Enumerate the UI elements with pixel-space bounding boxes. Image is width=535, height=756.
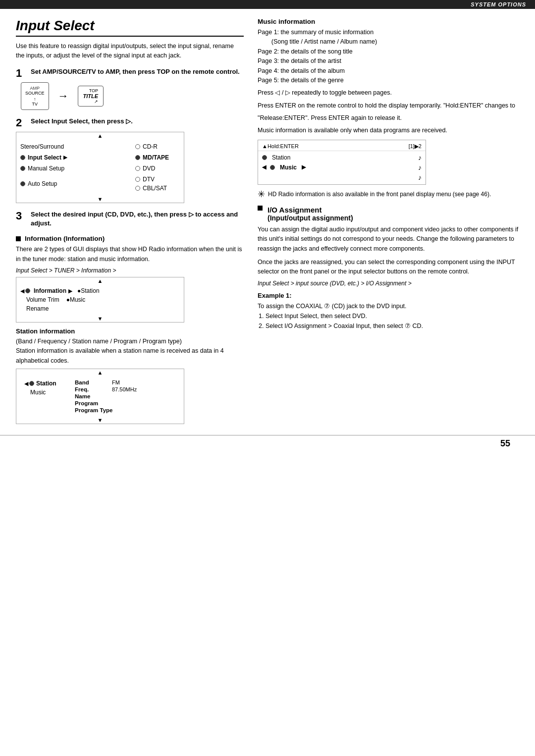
information-row-label: Information xyxy=(34,287,66,294)
music-right-arrow: ▶ xyxy=(302,164,306,170)
manual-bullet xyxy=(20,166,25,171)
io-assignment-section: I/O Assignment (Input/output assignment)… xyxy=(258,206,519,331)
station-diagram: ▲ ◀ Station Music xyxy=(16,369,184,424)
field-program-type: Program Type xyxy=(75,407,164,414)
left-arrow-info: ◀ xyxy=(20,288,24,294)
input-select-bullet xyxy=(20,155,25,160)
volume-trim-label: Volume Trim xyxy=(26,296,59,303)
dvd-bullet xyxy=(135,166,140,171)
rename-label: Rename xyxy=(26,305,49,312)
press-hold: Press ENTER on the remote control to hol… xyxy=(258,101,519,110)
music-station-row: Station ♪ xyxy=(258,153,426,162)
field-band: Band FM xyxy=(75,379,164,386)
information-body: There are 2 types of GUI displays that s… xyxy=(16,245,244,264)
tip-star-icon: ✳ xyxy=(258,190,265,199)
example-step-1: Select Input Select, then select DVD. xyxy=(266,311,519,321)
volume-trim-right: ●Music xyxy=(66,296,86,303)
step-2-block: 2 Select Input Select, then press ▷. ▲ S… xyxy=(16,117,244,203)
menu-right-cblsat: CBL/SAT xyxy=(135,184,180,193)
press-release: "Release:ENTER". Press ENTER again to re… xyxy=(258,113,519,123)
music-label: Music xyxy=(280,164,297,171)
music-top-bar: ▲Hold:ENTER [1]▶2 xyxy=(258,142,426,151)
music-empty-row: ♪ xyxy=(258,172,426,182)
cblsat-bullet xyxy=(135,186,140,191)
information-path: Input Select > TUNER > Information > xyxy=(16,267,244,274)
step-2-text: Select Input Select, then press ▷. xyxy=(31,117,133,126)
dtv-bullet xyxy=(135,177,140,182)
information-heading-text: Information (Information) xyxy=(25,235,105,242)
input-select-arrow: ▶ xyxy=(63,155,67,160)
step-3-block: 3 Select the desired input (CD, DVD, etc… xyxy=(16,210,244,228)
information-section: Information (Information) There are 2 ty… xyxy=(16,235,244,323)
music-pages: Page 1: the summary of music information… xyxy=(258,28,519,85)
field-program: Program xyxy=(75,400,164,407)
step2-menu-diagram: ▲ Stereo/Surround CD-R Input Sel xyxy=(16,132,184,203)
station-row-bullet xyxy=(29,381,34,386)
io-body2: Once the jacks are reassigned, you can s… xyxy=(258,258,519,277)
music-station-label: Station xyxy=(272,154,290,161)
step-1-text: Set AMP/SOURCE/TV to AMP, then press TOP… xyxy=(31,67,240,76)
auto-bullet xyxy=(20,181,25,186)
station-row-music: Music xyxy=(20,388,70,397)
station-music-label: Music xyxy=(30,389,46,396)
top-bar: SYSTEM OPTIONS xyxy=(0,0,535,9)
intro-text: Use this feature to reassign digital inp… xyxy=(16,42,244,60)
step-2-number: 2 xyxy=(16,117,26,129)
station-body: (Band / Frequency / Station name / Progr… xyxy=(16,337,244,366)
manual-label: Manual Setup xyxy=(28,165,64,172)
step-1-number: 1 xyxy=(16,67,26,79)
music-left-arrow: ◀ xyxy=(262,164,266,170)
music-station-bullet xyxy=(262,155,267,160)
mdtape-bullet xyxy=(135,155,140,160)
step-3-number: 3 xyxy=(16,210,26,222)
menu-right-mdtape: MD/TAPE xyxy=(135,153,180,162)
cdr-bullet xyxy=(135,144,140,149)
example-body1: To assign the COAXIAL ⑦ (CD) jack to the… xyxy=(258,303,407,310)
auto-label: Auto Setup xyxy=(28,180,57,187)
io-heading-text: I/O Assignment xyxy=(268,206,353,214)
music-note: Music information is available only when… xyxy=(258,126,519,135)
step-3-text: Select the desired input (CD, DVD, etc.)… xyxy=(31,210,244,228)
menu-right-dtv: DTV xyxy=(135,175,180,184)
tip-text: HD Radio information is also available i… xyxy=(268,190,491,199)
page-indicator: [1]▶2 xyxy=(409,143,422,150)
system-options-label: SYSTEM OPTIONS xyxy=(471,1,526,7)
info-menu-diagram: ▲ ◀ Information ▶ ●Station Volume Trim ●… xyxy=(16,277,184,323)
music-music-row: ◀ Music ▶ ♪ xyxy=(258,162,426,172)
information-row-arrow: ▶ xyxy=(68,288,72,294)
station-fields: Band FM Freq. 87.50MHz Name Pr xyxy=(75,379,164,414)
stereo-label: Stereo/Surround xyxy=(20,143,64,150)
music-note-icon: ♪ xyxy=(418,163,422,171)
information-row-bullet xyxy=(25,288,30,293)
bottom-bar: 55 xyxy=(0,435,535,452)
menu-row-manual: Manual Setup DVD xyxy=(16,163,184,174)
tip-block: ✳ HD Radio information is also available… xyxy=(258,190,519,199)
io-assignment-heading: I/O Assignment (Input/output assignment) xyxy=(258,206,519,222)
io-body1: You can assign the digital audio input/o… xyxy=(258,225,519,254)
io-subheading-text: (Input/output assignment) xyxy=(268,214,353,222)
info-row-information: ◀ Information ▶ ●Station xyxy=(16,286,184,295)
example-step-2: Select I/O Assignment > Coaxial Input, t… xyxy=(266,321,519,331)
remote-title-box: TOP TITLE ↗ xyxy=(78,86,104,107)
station-label: Station xyxy=(36,380,56,387)
menu-right-cdr: CD-R xyxy=(135,142,180,151)
menu-row-input-select: Input Select ▶ MD/TAPE xyxy=(16,152,184,163)
information-black-square xyxy=(16,236,21,241)
station-row-station: ◀ Station xyxy=(20,379,70,388)
menu-top-arrow: ▲ xyxy=(16,132,184,139)
field-name: Name xyxy=(75,393,164,400)
page-number: 55 xyxy=(500,438,510,449)
music-bullet xyxy=(270,165,275,170)
station-note: ♪ xyxy=(418,154,422,162)
input-select-label: Input Select xyxy=(28,154,61,161)
station-section: Station information (Band / Frequency / … xyxy=(16,327,244,424)
info-row-volume: Volume Trim ●Music xyxy=(16,295,184,304)
information-heading: Information (Information) xyxy=(16,235,244,242)
io-italic-path: Input Select > input source (DVD, etc.) … xyxy=(258,280,519,287)
information-row-right: ●Station xyxy=(77,287,100,294)
menu-row-stereo: Stereo/Surround CD-R xyxy=(16,141,184,152)
music-info-diagram: ▲Hold:ENTER [1]▶2 Station ♪ ◀ Music ▶ ♪ … xyxy=(258,140,426,185)
example-steps: Select Input Select, then select DVD. Se… xyxy=(266,311,519,331)
example-1-heading: Example 1: xyxy=(258,292,519,299)
station-info-heading: Station information xyxy=(16,327,244,335)
